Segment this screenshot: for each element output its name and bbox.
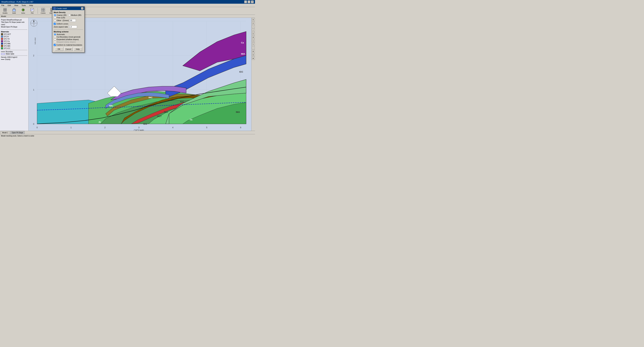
right-tool-8[interactable]: ✎ (252, 43, 255, 46)
right-tool-2[interactable]: ⊖ (252, 22, 255, 25)
right-tool-10[interactable]: ⊞ (252, 50, 255, 53)
boundary-label: Boundary (6, 51, 13, 53)
material-imc: S7C:IMC (1, 45, 27, 47)
svg-text:TX: TX (190, 118, 192, 121)
radio-cut-boundary[interactable] (54, 36, 56, 38)
right-tool-5[interactable]: ⊡ (252, 32, 255, 35)
radio-coarse[interactable] (54, 14, 56, 16)
meshing-scheme-group: Automatic Cut Boundary (most general) Ex… (54, 33, 83, 43)
svg-text:6: 6 (240, 126, 241, 129)
cancel-button[interactable]: Cancel (64, 47, 73, 51)
dialog-close-button[interactable]: ✕ (81, 7, 83, 9)
meshing-scheme-title: Meshing scheme (54, 31, 83, 33)
svg-rect-5 (14, 8, 15, 9)
ok-button[interactable]: OK (55, 47, 64, 51)
menu-view[interactable]: View (14, 4, 19, 6)
material-fi: S7C:Fi (1, 35, 27, 37)
legend-boundary: Boundary (1, 51, 27, 53)
right-tool-9[interactable]: ⋯ (252, 46, 255, 49)
right-tool-12[interactable]: ⊠ (252, 57, 255, 60)
tab-model1[interactable]: Model 1 (1, 131, 10, 134)
status-text: Model meshing tools: Select a mesh to so… (1, 135, 34, 137)
project-title: Title:Open Pit Slope (weak rock case) (1, 21, 27, 26)
svg-text:IMA: IMA (236, 111, 240, 113)
radio-fine[interactable] (54, 16, 56, 18)
toolbar: Models Build Solve Plot Coarse (0, 7, 255, 15)
title-bar: WeakRockSlope - FLAC-Slope 8.1.467 — □ ✕ (0, 0, 255, 4)
radio-stepped-label: Stepped (steep slopes) (57, 41, 76, 43)
boundary-line (1, 52, 5, 52)
radio-expanded-label: Expanded (shallow slopes) (57, 38, 79, 40)
radio-other-row: Other (Zones) (54, 19, 83, 22)
radio-expanded[interactable] (54, 38, 56, 40)
toolbar-solve[interactable]: Solve (19, 7, 27, 14)
radio-stepped-row: Stepped (steep slopes) (54, 41, 83, 43)
conform-checkbox[interactable] (54, 44, 56, 46)
mesh-density-title: Mesh Density (54, 11, 83, 13)
menu-bar: File Edit View Tools Help (0, 4, 255, 7)
conform-label: Conform to material boundaries (56, 44, 82, 46)
svg-text:N: N (34, 20, 34, 21)
zone-aspect-ratio-label: Zone aspect ratio (54, 26, 68, 28)
radio-cut-boundary-label: Cut Boundary (most general) (57, 36, 80, 38)
toolbar-models[interactable]: Models (1, 7, 9, 14)
svg-rect-3 (5, 10, 6, 11)
create-mesh-dialog: Create mesh ✕ Mesh Density Coarse (30) M… (52, 6, 85, 53)
svg-text:Ca: Ca (241, 41, 244, 44)
radio-other[interactable] (54, 19, 56, 21)
app-title: WeakRockSlope - FLAC-Slope 8.1.467 (1, 1, 34, 3)
zone-aspect-ratio-input[interactable] (68, 25, 77, 28)
radio-fine-label: Fine (120) (57, 16, 65, 18)
toolbar-build[interactable]: Build (10, 7, 18, 14)
svg-text:0: 0 (33, 123, 34, 125)
dialog-buttons: OK Cancel Help (54, 47, 83, 51)
material-hct-color (1, 33, 3, 35)
material-ima-label: S7C:IMA (4, 43, 10, 44)
model-label: Model (1, 15, 6, 17)
svg-text:IMA: IMA (241, 53, 245, 55)
tab-open-pit[interactable]: Open Pit Slope (10, 131, 25, 134)
material-ima: S7C:IMA (1, 42, 27, 44)
svg-text:0: 0 (36, 126, 38, 129)
svg-text:(*10^2 both): (*10^2 both) (134, 129, 144, 131)
zones-input[interactable] (70, 19, 76, 22)
minimize-button[interactable]: — (244, 0, 247, 3)
dialog-body: Mesh Density Coarse (30) Medium (80) Fin… (52, 10, 84, 52)
menu-tools[interactable]: Tools (21, 4, 26, 6)
svg-rect-2 (4, 10, 5, 11)
water-table-label: Water table (6, 53, 14, 55)
uniform-zones-checkbox[interactable] (54, 23, 56, 25)
material-ca-label: S7C:Ca (4, 40, 10, 42)
radio-stepped[interactable] (54, 41, 56, 43)
toolbar-coarse[interactable]: Coarse (39, 7, 47, 14)
svg-rect-12 (43, 10, 45, 11)
dialog-divider (54, 29, 83, 30)
material-icc-color (1, 47, 3, 49)
toolbar-plot[interactable]: Plot (28, 7, 36, 14)
material-icc-label: S7C:ICC (4, 47, 10, 49)
right-tool-4[interactable]: ⤢ (252, 29, 255, 32)
right-panel: ⊕ ⊖ ↔ ⤢ ⊡ ✥ ▢ ✎ ⋯ ⊞ ⊟ ⊠ (251, 18, 255, 131)
project-info: Project:WeakRockSlope.psl Title:Open Pit… (1, 19, 27, 28)
menu-help[interactable]: Help (28, 4, 34, 6)
right-tool-6[interactable]: ✥ (252, 36, 255, 39)
radio-expanded-row: Expanded (shallow slopes) (54, 38, 83, 40)
right-tool-3[interactable]: ↔ (252, 25, 255, 28)
maximize-button[interactable]: □ (248, 0, 250, 3)
right-tool-7[interactable]: ▢ (252, 39, 255, 42)
svg-rect-0 (4, 8, 5, 10)
close-button[interactable]: ✕ (251, 0, 254, 3)
right-tool-1[interactable]: ⊕ (252, 18, 255, 21)
svg-text:ICC: ICC (180, 101, 184, 103)
radio-medium[interactable] (68, 14, 70, 16)
svg-text:9.81 m/s2: 9.81 m/s2 (34, 37, 36, 44)
svg-rect-9 (42, 8, 43, 10)
menu-edit[interactable]: Edit (7, 4, 12, 6)
radio-automatic[interactable] (54, 33, 56, 35)
material-ima-color (1, 42, 3, 44)
right-tool-11[interactable]: ⊟ (252, 53, 255, 56)
menu-file[interactable]: File (1, 4, 5, 6)
radio-coarse-row: Coarse (30) Medium (80) (54, 14, 83, 16)
help-button[interactable]: Help (74, 47, 82, 51)
toolbar-separator-1 (38, 8, 38, 14)
